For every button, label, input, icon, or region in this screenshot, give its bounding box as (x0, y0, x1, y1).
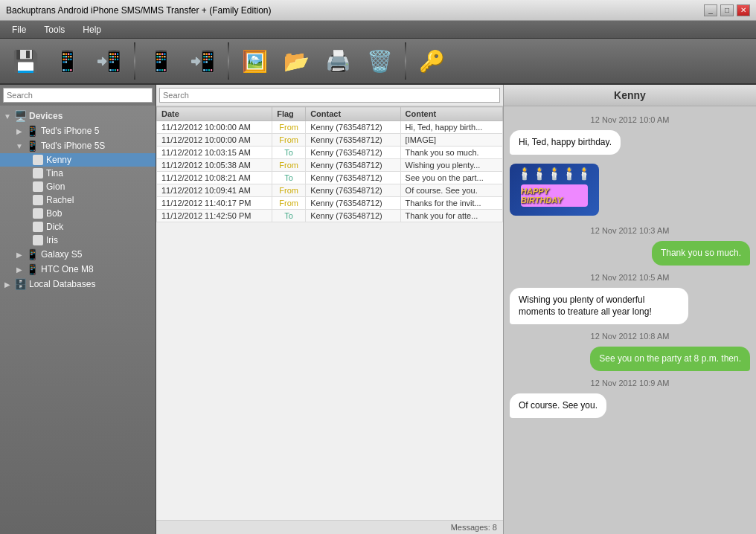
iphone5-expand[interactable]: ▶ (15, 127, 24, 135)
tree-galaxy-s5[interactable]: ▶ 📱 Galaxy S5 (0, 247, 156, 262)
cell-content: Wishing you plenty... (400, 159, 502, 172)
col-date[interactable]: Date (157, 107, 272, 121)
maximize-button[interactable]: □ (720, 4, 734, 16)
iris-label: Iris (46, 235, 58, 245)
status-bar: Messages: 8 (156, 520, 503, 534)
tree-contact-tina[interactable]: Tina (0, 167, 156, 180)
toolbar-iphone-transfer-button[interactable]: 📲 (183, 41, 222, 81)
window-controls: _ □ ✕ (704, 4, 750, 16)
menu-help[interactable]: Help (74, 23, 110, 36)
tree-contact-rachel[interactable]: Rachel (0, 193, 156, 207)
table-row[interactable]: 11/12/2012 10:05:38 AM From Kenny (76354… (157, 159, 503, 172)
chat-header: Kenny (504, 85, 756, 106)
iphone5s-label: Ted's iPhone 5S (41, 141, 105, 151)
timestamp-3: 12 Nov 2012 10:5 AM (510, 273, 750, 282)
col-content[interactable]: Content (400, 107, 502, 121)
menu-file[interactable]: File (3, 23, 35, 36)
cell-date: 11/12/2012 10:08:21 AM (157, 172, 272, 184)
cell-flag: From (272, 134, 306, 147)
key-icon: 🔑 (419, 49, 445, 74)
minimize-button[interactable]: _ (704, 4, 717, 16)
cell-content: Hi, Ted, happy birth... (400, 121, 502, 134)
table-row[interactable]: 11/12/2012 10:00:00 AM From Kenny (76354… (157, 134, 503, 147)
htc-expand[interactable]: ▶ (15, 266, 24, 274)
menu-tools[interactable]: Tools (35, 23, 74, 36)
dick-label: Dick (46, 222, 63, 232)
rachel-label: Rachel (46, 195, 74, 205)
table-row[interactable]: 11/12/2012 10:08:21 AM To Kenny (7635487… (157, 172, 503, 184)
main-layout: ▼ 🖥️ Devices ▶ 📱 Ted's iPhone 5 ▼ 📱 Ted'… (0, 85, 756, 534)
tree-iphone5[interactable]: ▶ 📱 Ted's iPhone 5 (0, 123, 156, 138)
left-search-container (0, 85, 156, 106)
chat-row-2: Thank you so much. (510, 241, 750, 266)
toolbar-print-button[interactable]: 🖨️ (318, 41, 357, 81)
toolbar-delete-button[interactable]: 🗑️ (360, 41, 399, 81)
rachel-dot (33, 195, 43, 205)
chat-body[interactable]: 12 Nov 2012 10:0 AM Hi, Ted, happy birth… (504, 106, 756, 534)
cell-flag: From (272, 184, 306, 197)
col-contact[interactable]: Contact (306, 107, 400, 121)
cell-date: 11/12/2012 10:03:15 AM (157, 147, 272, 159)
devices-expand[interactable]: ▼ (3, 112, 12, 120)
gion-dot (33, 181, 43, 192)
middle-panel: Date Flag Contact Content 11/12/2012 10:… (156, 85, 503, 534)
bob-dot (33, 208, 43, 219)
toolbar-image-button[interactable]: 🖼️ (235, 41, 274, 81)
tree-contact-gion[interactable]: Gion (0, 180, 156, 193)
tree-contact-iris[interactable]: Iris (0, 234, 156, 247)
tree-local-databases[interactable]: ▶ 🗄️ Local Databases (0, 277, 156, 292)
left-panel: ▼ 🖥️ Devices ▶ 📱 Ted's iPhone 5 ▼ 📱 Ted'… (0, 85, 156, 534)
toolbar-separator-1 (134, 42, 135, 80)
close-button[interactable]: ✕ (737, 4, 750, 16)
table-row[interactable]: 11/12/2012 11:42:50 PM To Kenny (7635487… (157, 210, 503, 222)
galaxy-expand[interactable]: ▶ (15, 251, 24, 259)
message-tbody: 11/12/2012 10:00:00 AM From Kenny (76354… (157, 121, 503, 222)
chat-contact-name: Kenny (614, 89, 646, 101)
birthday-image: 🕯️🕯️🕯️🕯️🕯️ HAPPY BIRTHDAY (510, 164, 599, 216)
tree-contact-kenny[interactable]: Kenny (0, 153, 156, 167)
gion-label: Gion (46, 181, 65, 192)
cell-date: 11/12/2012 10:00:00 AM (157, 134, 272, 147)
cell-content: See you on the part... (400, 172, 502, 184)
tree-htc-one[interactable]: ▶ 📱 HTC One M8 (0, 262, 156, 277)
toolbar-key-button[interactable]: 🔑 (412, 41, 451, 81)
chat-bubble-1: Hi, Ted, happy birthday. (510, 130, 621, 155)
iphone5-icon: 📱 (26, 125, 39, 137)
cell-content: Thank you so much. (400, 147, 502, 159)
devices-icon: 🖥️ (14, 110, 27, 122)
tree-contact-dick[interactable]: Dick (0, 220, 156, 234)
device-tree: ▼ 🖥️ Devices ▶ 📱 Ted's iPhone 5 ▼ 📱 Ted'… (0, 106, 156, 534)
flag-icon: To (284, 148, 293, 157)
timestamp-2: 12 Nov 2012 10:3 AM (510, 226, 750, 235)
flag-icon: From (279, 123, 298, 132)
chat-row-image: 🕯️🕯️🕯️🕯️🕯️ HAPPY BIRTHDAY (510, 161, 750, 219)
tree-iphone5s[interactable]: ▼ 📱 Ted's iPhone 5S (0, 138, 156, 153)
col-flag[interactable]: Flag (272, 107, 306, 121)
menubar: File Tools Help (0, 21, 756, 39)
table-row[interactable]: 11/12/2012 11:40:17 PM From Kenny (76354… (157, 197, 503, 210)
toolbar-transfer-button[interactable]: 📲 (89, 41, 128, 81)
cell-contact: Kenny (763548712) (306, 134, 400, 147)
titlebar-title: Backuptrans Android iPhone SMS/MMS Trans… (6, 5, 271, 16)
message-table-container[interactable]: Date Flag Contact Content 11/12/2012 10:… (156, 106, 503, 520)
middle-search-input[interactable] (159, 88, 500, 103)
toolbar-folder-button[interactable]: 📂 (277, 41, 315, 81)
htc-icon: 📱 (26, 263, 39, 275)
cell-contact: Kenny (763548712) (306, 147, 400, 159)
cell-contact: Kenny (763548712) (306, 172, 400, 184)
table-row[interactable]: 11/12/2012 10:09:41 AM From Kenny (76354… (157, 184, 503, 197)
tree-contact-bob[interactable]: Bob (0, 207, 156, 220)
toolbar-android-button[interactable]: 📱 (48, 41, 86, 81)
titlebar: Backuptrans Android iPhone SMS/MMS Trans… (0, 0, 756, 21)
table-row[interactable]: 11/12/2012 10:00:00 AM From Kenny (76354… (157, 121, 503, 134)
cell-content: [IMAGE] (400, 134, 502, 147)
iphone5s-expand[interactable]: ▼ (15, 142, 24, 150)
local-db-expand[interactable]: ▶ (3, 280, 12, 289)
chat-row-5: Of course. See you. (510, 393, 750, 418)
toolbar-iphone-button[interactable]: 📱 (141, 41, 180, 81)
toolbar-backup-button[interactable]: 💾 (6, 41, 45, 81)
left-search-input[interactable] (3, 88, 153, 103)
middle-search-container (156, 85, 503, 106)
table-row[interactable]: 11/12/2012 10:03:15 AM To Kenny (7635487… (157, 147, 503, 159)
cell-date: 11/12/2012 10:00:00 AM (157, 121, 272, 134)
